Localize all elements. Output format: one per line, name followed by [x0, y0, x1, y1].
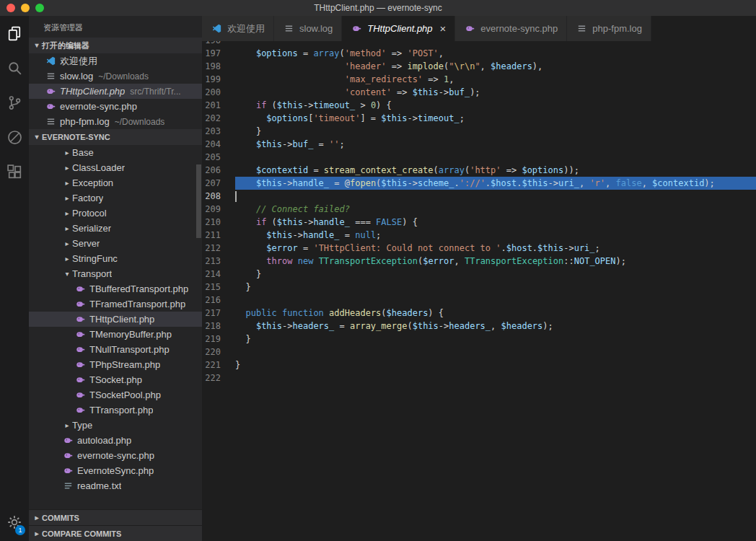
code-line[interactable]: 201 if ($this->timeout_ > 0) { [202, 99, 756, 112]
code-line[interactable]: 206 $contextid = stream_context_create(a… [202, 164, 756, 177]
tree-file[interactable]: readme.txt [29, 478, 202, 493]
tree-folder[interactable]: Factory [29, 190, 202, 206]
settings-badge: 1 [15, 525, 25, 535]
code-line[interactable]: 210 if ($this->handle_ === FALSE) { [202, 216, 756, 229]
open-editor-item[interactable]: php-fpm.log~/Downloads [29, 114, 202, 129]
source-control-icon[interactable] [0, 85, 29, 120]
tree-file[interactable]: TTransport.php [29, 403, 202, 418]
tree-file[interactable]: EvernoteSync.php [29, 463, 202, 478]
open-editors-header[interactable]: 打开的编辑器 [29, 38, 202, 53]
code-line[interactable]: 198 'header' => implode("\r\n", $headers… [202, 60, 756, 73]
code-line[interactable]: 211 $this->handle_ = null; [202, 229, 756, 242]
code-line[interactable]: 213 throw new TTransportException($error… [202, 255, 756, 268]
tree-file[interactable]: TBufferedTransport.php [29, 281, 202, 296]
settings-gear-icon[interactable]: 1 [0, 508, 29, 537]
tree-file[interactable]: TSocket.php [29, 372, 202, 387]
code-line[interactable]: 215 } [202, 281, 756, 294]
open-editor-item[interactable]: 欢迎使用 [29, 53, 202, 69]
close-icon[interactable]: × [440, 23, 447, 34]
tab-THttpClient.php[interactable]: THttpClient.php× [342, 16, 455, 41]
extensions-icon[interactable] [0, 154, 29, 189]
tree-file[interactable]: TPhpStream.php [29, 357, 202, 372]
code-line[interactable]: 222 [202, 371, 756, 384]
tree-file[interactable]: autoload.php [29, 433, 202, 448]
title-bar[interactable]: THttpClient.php — evernote-sync [0, 0, 756, 16]
code-text: if ($this->handle_ === FALSE) { [235, 216, 756, 229]
tab-label: slow.log [299, 23, 333, 34]
tree-folder[interactable]: Base [29, 145, 202, 160]
compare-commits-label: COMPARE COMMITS [42, 526, 121, 541]
code-line[interactable]: 218 $this->headers_ = array_merge($this-… [202, 320, 756, 333]
line-number: 218 [202, 320, 235, 333]
code-line[interactable]: 197 $options = array('method' => 'POST', [202, 47, 756, 60]
code-line[interactable]: 196 [202, 41, 756, 47]
zoom-window-button[interactable] [35, 4, 44, 12]
file-label: 欢迎使用 [60, 55, 97, 68]
code-editor[interactable]: 196197 $options = array('method' => 'POS… [202, 41, 756, 541]
code-line[interactable]: 209 // Connect failed? [202, 203, 756, 216]
commits-header[interactable]: COMMITS [29, 509, 202, 525]
code-line[interactable]: 200 'content' => $this->buf_); [202, 86, 756, 99]
code-text: $error = 'THttpClient: Could not connect… [235, 242, 756, 255]
tree-file[interactable]: TMemoryBuffer.php [29, 327, 202, 342]
code-line[interactable]: 216 [202, 294, 756, 307]
tree-folder[interactable]: Transport [29, 266, 202, 281]
search-icon[interactable] [0, 50, 29, 85]
file-label: TSocketPool.php [89, 390, 161, 400]
minimize-window-button[interactable] [21, 4, 30, 12]
tree-file[interactable]: TFramedTransport.php [29, 296, 202, 312]
sidebar-title: 资源管理器 [29, 16, 202, 38]
line-number: 200 [202, 86, 235, 99]
tree-file[interactable]: TNullTransport.php [29, 342, 202, 357]
code-line[interactable]: 203 } [202, 125, 756, 138]
sidebar-scrollbar[interactable] [196, 164, 201, 238]
line-number: 202 [202, 112, 235, 125]
debug-icon[interactable] [0, 120, 29, 154]
folder-label: Factory [72, 193, 103, 203]
code-text [235, 346, 756, 359]
open-editor-item[interactable]: slow.log~/Downloads [29, 69, 202, 84]
tree-folder[interactable]: Serializer [29, 221, 202, 236]
open-editor-item[interactable]: THttpClient.phpsrc/Thrift/Tr... [29, 84, 202, 99]
tab-evernote-sync.php[interactable]: evernote-sync.php [455, 16, 567, 41]
project-header[interactable]: EVERNOTE-SYNC [29, 129, 202, 145]
tab-php-fpm.log[interactable]: php-fpm.log [567, 16, 651, 41]
code-line[interactable]: 207 $this->handle_ = @fopen($this->schem… [202, 177, 756, 190]
tree-folder[interactable]: StringFunc [29, 251, 202, 266]
code-line[interactable]: 212 $error = 'THttpClient: Could not con… [202, 242, 756, 255]
tree-folder[interactable]: ClassLoader [29, 160, 202, 175]
php-file-icon [464, 23, 476, 34]
code-line[interactable]: 214 } [202, 268, 756, 281]
code-text: $contextid = stream_context_create(array… [235, 164, 756, 177]
code-text: $options = array('method' => 'POST', [235, 47, 756, 60]
tree-file[interactable]: TSocketPool.php [29, 387, 202, 403]
tree-file[interactable]: THttpClient.php [29, 312, 202, 327]
folder-label: Type [72, 420, 92, 431]
code-line[interactable]: 217 public function addHeaders($headers)… [202, 307, 756, 320]
line-number: 213 [202, 255, 235, 268]
tab-slow.log[interactable]: slow.log [274, 16, 342, 41]
tree-folder[interactable]: Server [29, 236, 202, 251]
code-text: } [235, 359, 756, 371]
tab-x[interactable]: 欢迎使用 [202, 16, 274, 41]
code-line[interactable]: 208 [202, 190, 756, 203]
code-line[interactable]: 204 $this->buf_ = ''; [202, 138, 756, 151]
close-window-button[interactable] [6, 4, 15, 12]
code-line[interactable]: 221} [202, 359, 756, 371]
code-line[interactable]: 219 } [202, 333, 756, 346]
tree-folder[interactable]: Protocol [29, 206, 202, 221]
tree-file[interactable]: evernote-sync.php [29, 448, 202, 463]
tree-folder[interactable]: Type [29, 418, 202, 433]
explorer-icon[interactable] [0, 16, 29, 50]
code-line[interactable]: 202 $options['timeout'] = $this->timeout… [202, 112, 756, 125]
chevron-right-icon [32, 526, 42, 541]
open-editor-item[interactable]: evernote-sync.php [29, 99, 202, 114]
line-number: 216 [202, 294, 235, 307]
code-line[interactable]: 205 [202, 151, 756, 164]
code-line[interactable]: 220 [202, 346, 756, 359]
window-controls [6, 4, 44, 12]
code-line[interactable]: 199 'max_redirects' => 1, [202, 73, 756, 86]
tree-folder[interactable]: Exception [29, 175, 202, 190]
line-number: 221 [202, 359, 235, 371]
compare-commits-header[interactable]: COMPARE COMMITS [29, 525, 202, 541]
